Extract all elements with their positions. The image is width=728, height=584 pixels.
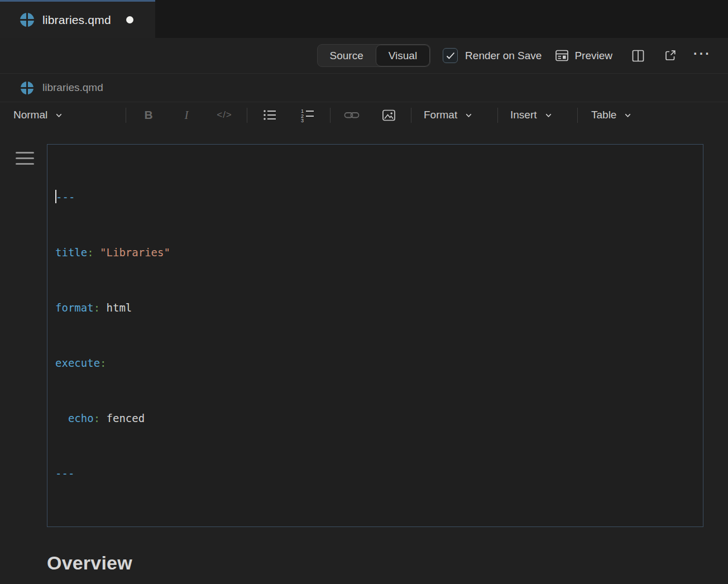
open-external-icon xyxy=(664,49,677,62)
toolbar-separator xyxy=(411,108,411,123)
yaml-line: --- xyxy=(55,465,695,483)
formatting-toolbar: Normal B I </> 1 2 3 xyxy=(0,102,728,128)
chevron-down-icon xyxy=(464,111,473,120)
quarto-file-icon-small xyxy=(21,82,33,94)
yaml-line: title: "Libraries" xyxy=(55,243,695,262)
yaml-line: echo: fenced xyxy=(55,409,695,428)
svg-text:3: 3 xyxy=(301,118,304,122)
code-icon: </> xyxy=(217,109,232,121)
heading-overview: Overview xyxy=(47,551,703,575)
check-icon xyxy=(446,52,455,60)
yaml-line: --- xyxy=(55,188,695,207)
open-external-button[interactable] xyxy=(664,49,677,62)
bold-button[interactable]: B xyxy=(137,108,160,122)
insert-dropdown[interactable]: Insert xyxy=(510,109,569,121)
quarto-file-icon xyxy=(20,13,34,27)
ordered-list-icon: 1 2 3 xyxy=(300,108,315,122)
table-label: Table xyxy=(591,109,616,121)
toolbar-separator xyxy=(577,108,578,123)
link-button[interactable] xyxy=(341,111,363,119)
render-on-save-label: Render on Save xyxy=(465,50,542,62)
toolbar-separator xyxy=(247,108,247,123)
toolbar-separator xyxy=(497,108,498,123)
yaml-metadata-block[interactable]: --- title: "Libraries" format: html exec… xyxy=(47,144,703,527)
drag-handle-icon[interactable] xyxy=(16,152,34,165)
code-button[interactable]: </> xyxy=(213,109,236,121)
yaml-line: format: html xyxy=(55,299,695,317)
ellipsis-icon: ··· xyxy=(693,47,711,64)
insert-label: Insert xyxy=(510,109,537,121)
bullet-list-button[interactable] xyxy=(258,108,281,122)
breadcrumb-file-name[interactable]: libraries.qmd xyxy=(42,82,103,94)
render-on-save-control: Render on Save xyxy=(443,48,542,63)
chevron-down-icon xyxy=(54,111,64,120)
chevron-down-icon xyxy=(544,111,553,120)
ordered-list-button[interactable]: 1 2 3 xyxy=(296,108,319,122)
source-mode-button[interactable]: Source xyxy=(318,45,376,66)
visual-mode-button[interactable]: Visual xyxy=(376,45,430,66)
split-editor-icon xyxy=(631,49,645,63)
editor-action-row: Source Visual Render on Save Preview xyxy=(0,38,728,73)
italic-icon: I xyxy=(185,108,189,122)
more-actions-button[interactable]: ··· xyxy=(693,47,711,64)
render-on-save-checkbox[interactable] xyxy=(443,48,458,63)
tab-bar: libraries.qmd xyxy=(0,0,728,38)
format-dropdown[interactable]: Format xyxy=(424,109,490,121)
split-editor-button[interactable] xyxy=(631,49,645,63)
chevron-down-icon xyxy=(623,111,633,120)
source-visual-toggle: Source Visual xyxy=(317,44,431,67)
preview-label: Preview xyxy=(574,50,612,62)
link-icon xyxy=(344,111,360,119)
toolbar-separator xyxy=(330,108,331,123)
yaml-block-row: --- title: "Libraries" format: html exec… xyxy=(16,144,703,527)
yaml-line: execute: xyxy=(55,354,695,372)
preview-icon xyxy=(555,49,569,62)
breadcrumb: libraries.qmd xyxy=(0,73,728,102)
image-button[interactable] xyxy=(377,109,400,122)
tab-libraries-qmd[interactable]: libraries.qmd xyxy=(0,0,155,38)
preview-button[interactable]: Preview xyxy=(555,49,612,62)
table-dropdown[interactable]: Table xyxy=(591,109,633,121)
tab-title: libraries.qmd xyxy=(42,13,111,27)
image-icon xyxy=(382,109,396,122)
paragraph-style-label: Normal xyxy=(13,109,47,121)
italic-button[interactable]: I xyxy=(175,108,198,122)
bullet-list-icon xyxy=(262,108,277,122)
bold-icon: B xyxy=(144,108,152,122)
visual-editor-content: --- title: "Libraries" format: html exec… xyxy=(0,128,728,584)
toolbar-separator xyxy=(126,108,126,123)
format-label: Format xyxy=(424,109,457,121)
paragraph-style-dropdown[interactable]: Normal xyxy=(13,109,84,121)
modified-indicator-dot[interactable] xyxy=(126,16,133,23)
